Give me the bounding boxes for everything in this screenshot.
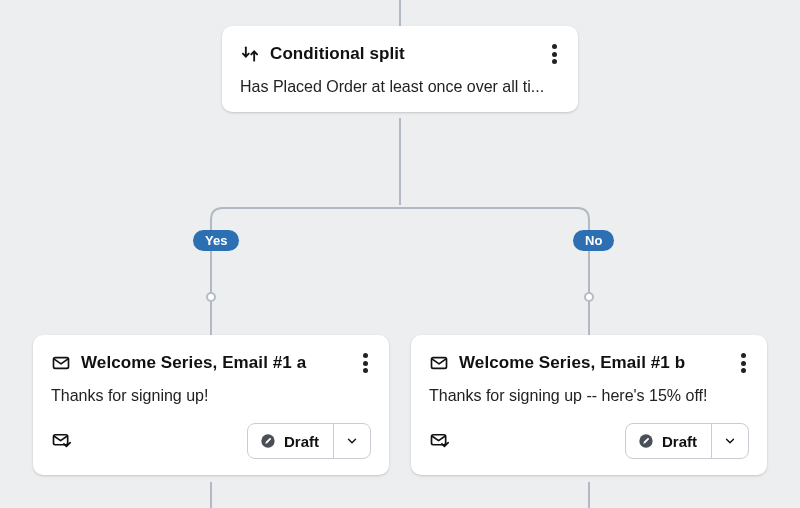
split-description: Has Placed Order at least once over all … [240,78,560,96]
connector-dot-no [584,292,594,302]
split-title: Conditional split [270,44,405,64]
status-button[interactable]: Draft [626,424,712,458]
connector-dot-yes [206,292,216,302]
ellipsis-icon [741,353,746,373]
email-card-a[interactable]: Welcome Series, Email #1 a Thanks for si… [33,335,389,475]
smart-send-icon[interactable] [51,431,71,451]
branch-pill-yes: Yes [193,230,239,251]
split-icon [240,44,260,64]
status-dropdown[interactable]: Draft [247,423,371,459]
mail-icon [429,353,449,373]
email-preview: Thanks for signing up! [51,387,371,405]
chevron-down-icon [723,434,737,448]
email-title: Welcome Series, Email #1 a [81,353,306,373]
status-label-text: Draft [284,433,319,450]
more-button[interactable] [729,349,757,377]
status-chevron[interactable] [712,424,748,458]
pencil-circle-icon [638,433,654,449]
more-button[interactable] [540,40,568,68]
ellipsis-icon [552,44,557,64]
branch-no-label: No [585,233,602,248]
email-card-b[interactable]: Welcome Series, Email #1 b Thanks for si… [411,335,767,475]
status-button[interactable]: Draft [248,424,334,458]
ellipsis-icon [363,353,368,373]
chevron-down-icon [345,434,359,448]
status-chevron[interactable] [334,424,370,458]
smart-send-icon[interactable] [429,431,449,451]
branch-yes-label: Yes [205,233,227,248]
pencil-circle-icon [260,433,276,449]
email-preview: Thanks for signing up -- here's 15% off! [429,387,749,405]
conditional-split-card[interactable]: Conditional split Has Placed Order at le… [222,26,578,112]
branch-pill-no: No [573,230,614,251]
email-title: Welcome Series, Email #1 b [459,353,685,373]
mail-icon [51,353,71,373]
status-dropdown[interactable]: Draft [625,423,749,459]
more-button[interactable] [351,349,379,377]
status-label-text: Draft [662,433,697,450]
